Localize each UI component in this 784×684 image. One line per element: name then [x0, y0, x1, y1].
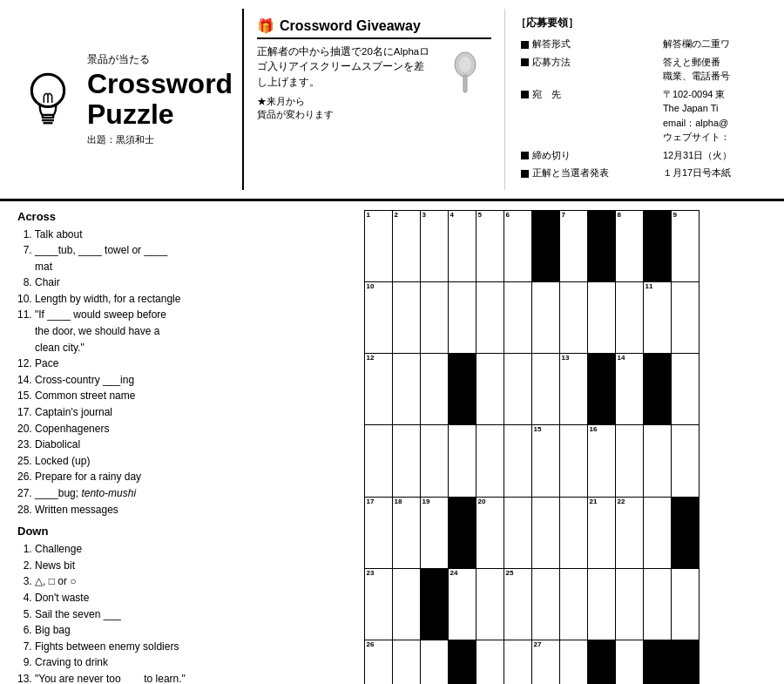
- clue-item: 4. Don't waste: [17, 590, 287, 606]
- rule-row: 正解と当選者発表 １月17日号本紙: [517, 165, 772, 181]
- grid-cell: [476, 569, 504, 640]
- grid-cell: 21: [587, 497, 615, 568]
- grid-cell-black: [587, 210, 615, 281]
- grid-cell: [392, 354, 420, 425]
- giveaway-body: 正解者の中から抽選で20名にAlphaロゴ入りアイスクリームスプーンを差し上げま…: [257, 44, 491, 121]
- bullet-icon: [521, 58, 529, 66]
- header-subtitle: 景品が当たる: [87, 52, 233, 67]
- clue-item: 17. Captain's journal: [17, 404, 287, 421]
- grid-cell: [476, 354, 504, 425]
- clue-item: 6. Big bag: [17, 622, 287, 639]
- grid-cell: 17: [364, 497, 392, 568]
- clue-item: 12. Pace: [17, 356, 287, 372]
- grid-row: 10 11: [364, 281, 699, 353]
- grid-cell-black: [587, 354, 615, 425]
- grid-cell: [476, 640, 504, 684]
- grid-cell: [615, 569, 643, 640]
- grid-cell-black: [671, 640, 699, 684]
- grid-cell: 15: [531, 425, 559, 497]
- grid-cell: [615, 281, 643, 353]
- across-clues: 1. Talk about 7. ____tub, ____ towel or …: [17, 227, 287, 518]
- grid-cell: 20: [476, 497, 504, 568]
- grid-cell: 8: [615, 210, 643, 281]
- bullet-icon: [521, 91, 529, 98]
- grid-cell: [559, 497, 587, 568]
- grid-cell-black: [448, 497, 476, 568]
- crossword-grid-container: 1 2 3 4 5 6 7 8 9 10: [296, 210, 767, 685]
- grid-cell: [504, 640, 531, 684]
- grid-cell: [615, 640, 643, 684]
- clue-item: 1. Talk about: [17, 227, 287, 243]
- grid-cell: [476, 425, 504, 497]
- clue-item: 25. Locked (up): [17, 453, 287, 470]
- giveaway-text: 正解者の中から抽選で20名にAlphaロゴ入りアイスクリームスプーンを差し上げま…: [257, 44, 432, 90]
- grid-cell: [364, 425, 392, 497]
- grid-cell: 23: [364, 569, 392, 640]
- giveaway-note: ★来月から貨品が変わります: [257, 95, 432, 121]
- clue-item: 7. Fights between enemy soldiers: [17, 639, 287, 655]
- grid-row: 17 18 19 20 21 22: [364, 497, 699, 568]
- grid-cell: [392, 569, 420, 640]
- grid-row: 1 2 3 4 5 6 7 8 9: [364, 210, 699, 281]
- grid-cell: [420, 640, 448, 684]
- grid-cell: 26: [364, 640, 392, 684]
- across-title: Across: [17, 210, 287, 223]
- clues-section: Across 1. Talk about 7. ____tub, ____ to…: [17, 210, 287, 685]
- grid-cell: [559, 569, 587, 640]
- grid-cell: 2: [392, 210, 420, 281]
- clue-item: 7. ____tub, ____ towel or ____ mat: [17, 242, 287, 274]
- grid-cell: [420, 281, 448, 353]
- clue-item: 1. Challenge: [17, 541, 287, 558]
- clue-item: 11. "If ____ would sweep before the door…: [17, 307, 287, 356]
- grid-cell: [392, 425, 420, 497]
- svg-point-11: [459, 57, 471, 72]
- clue-item: 15. Common street name: [17, 388, 287, 404]
- clue-item: 2. News bit: [17, 558, 287, 574]
- grid-cell-black: [643, 640, 671, 684]
- header-author: 出題：黒須和士: [87, 133, 233, 146]
- grid-cell-black: [531, 210, 559, 281]
- grid-cell: 16: [587, 425, 615, 497]
- grid-cell: 5: [476, 210, 504, 281]
- clue-item: 23. Diabolical: [17, 437, 287, 453]
- grid-cell: [643, 425, 671, 497]
- clue-item: 28. Written messages: [17, 502, 287, 518]
- grid-row: 12 13 14: [364, 354, 699, 425]
- grid-cell-black: [448, 354, 476, 425]
- rule-row: 解答形式 解答欄の二重ワ: [517, 36, 772, 52]
- grid-cell: 10: [364, 281, 392, 353]
- lightbulb-icon: [17, 69, 78, 130]
- grid-cell: [420, 354, 448, 425]
- clue-item: 10. Length by width, for a rectangle: [17, 291, 287, 308]
- grid-row: 15 16: [364, 425, 699, 497]
- grid-cell: [671, 569, 699, 640]
- grid-cell: 4: [448, 210, 476, 281]
- grid-cell: [504, 354, 531, 425]
- clue-item: 8. Chair: [17, 274, 287, 291]
- grid-cell: 6: [504, 210, 531, 281]
- grid-cell: 18: [392, 497, 420, 568]
- grid-cell-black: [643, 210, 671, 281]
- spoon-icon: [442, 47, 490, 95]
- grid-cell: 14: [615, 354, 643, 425]
- bullet-icon: [521, 170, 529, 178]
- clue-item: 5. Sail the seven ___: [17, 606, 287, 623]
- grid-row: 23 24 25: [364, 569, 699, 640]
- grid-cell: [587, 281, 615, 353]
- grid-cell: [531, 569, 559, 640]
- grid-cell: 3: [420, 210, 448, 281]
- clue-item: 14. Cross-country ___ing: [17, 372, 287, 389]
- grid-cell: [643, 569, 671, 640]
- grid-cell-black: [420, 569, 448, 640]
- rules-title: ［応募要領］: [516, 16, 774, 30]
- grid-cell: [559, 281, 587, 353]
- down-title: Down: [17, 525, 287, 538]
- grid-cell: [448, 425, 476, 497]
- header-main-title: CrosswordPuzzle: [87, 69, 233, 130]
- grid-cell: [504, 281, 531, 353]
- grid-row: 26 27: [364, 640, 699, 684]
- header-logo-block: 景品が当たる CrosswordPuzzle 出題：黒須和士: [0, 9, 244, 190]
- clue-item: 9. Craving to drink: [17, 654, 287, 671]
- clue-item: 13. "You are never too ___ to learn.": [17, 671, 287, 684]
- grid-cell: 11: [643, 281, 671, 353]
